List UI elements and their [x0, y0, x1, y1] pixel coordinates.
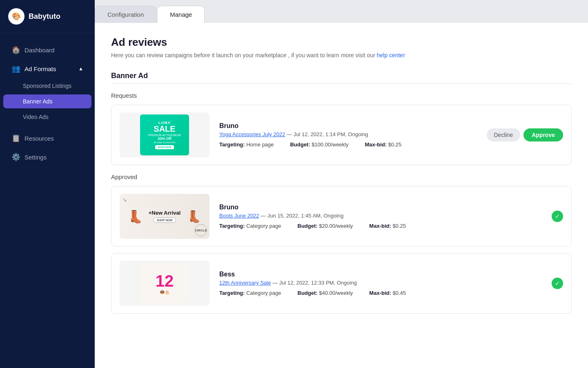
approved-checkmark: ✓	[552, 211, 563, 222]
banner-ad-section: Banner Ad Requests LUMA SALE PREMIUM ACT…	[111, 72, 572, 314]
ad-card-approved-1: 12 🍩🎂 Bess 12th Anniversary Sale — Jul 1…	[111, 253, 572, 314]
sidebar-item-dashboard[interactable]: 🏠 Dashboard	[3, 41, 91, 58]
chevron-up-icon: ▲	[78, 66, 83, 72]
ad-actions-approved-0: ✓	[552, 211, 563, 222]
luma-sale-banner: LUMA SALE PREMIUM ACTIVEWEAR 20% Off all…	[140, 114, 189, 155]
sidebar-logo: 🎨 Babytuto	[0, 0, 95, 33]
section-divider	[111, 83, 572, 84]
app-name: Babytuto	[29, 12, 60, 21]
page-subtitle: Here you can review campaigns before it …	[111, 52, 572, 58]
ad-actions-request-0: Decline Approve	[487, 128, 564, 141]
ad-campaign: Boots June 2022 — Jun 15, 2022, 1:45 AM,…	[219, 213, 542, 219]
decline-button[interactable]: Decline	[487, 128, 521, 141]
ad-info-approved-0: Bruno Boots June 2022 — Jun 15, 2022, 1:…	[219, 204, 542, 229]
ad-actions-approved-1: ✓	[552, 278, 563, 289]
page-title: Ad reviews	[111, 36, 572, 49]
tab-configuration[interactable]: Configuration	[95, 6, 156, 23]
tab-manage[interactable]: Manage	[157, 6, 205, 23]
ad-thumbnail-boots: ↘ +New Arrival SHOP NOW 👢 👢 CIRCLE	[120, 194, 209, 239]
anniversary-banner: 12 🍩🎂	[140, 263, 189, 304]
ad-campaign: Yoga Accessories July 2022 — Jul 12, 202…	[219, 131, 477, 137]
approved-checkmark: ✓	[552, 278, 563, 289]
circle-badge: CIRCLE	[195, 224, 207, 236]
ad-meta: Targeting: Category page Budget: $20.00/…	[219, 223, 542, 229]
main-content: Configuration Manage Ad reviews Here you…	[95, 0, 588, 368]
approve-button[interactable]: Approve	[523, 128, 563, 141]
action-buttons: Decline Approve	[487, 128, 564, 141]
content-inner: Ad reviews Here you can review campaigns…	[95, 23, 588, 368]
sidebar-item-resources[interactable]: 📋 Resources	[3, 130, 91, 147]
ad-campaign: 12th Anniversary Sale — Jul 12, 2022, 12…	[219, 280, 542, 286]
requests-label: Requests	[111, 92, 572, 99]
tab-bar: Configuration Manage	[95, 0, 588, 23]
ad-meta: Targeting: Category page Budget: $40.00/…	[219, 290, 542, 296]
sidebar-label-ad-formats: Ad Formats	[24, 65, 56, 72]
sidebar-label-settings: Settings	[24, 154, 47, 161]
ad-card-approved-0: ↘ +New Arrival SHOP NOW 👢 👢 CIRCLE Bruno	[111, 186, 572, 247]
sidebar-item-ad-formats[interactable]: 👥 Ad Formats ▲	[3, 60, 91, 77]
boot-right-icon: 👢	[187, 210, 201, 223]
video-ads-label: Video Ads	[23, 114, 49, 120]
sidebar-label-dashboard: Dashboard	[24, 47, 54, 54]
ad-info-request-0: Bruno Yoga Accessories July 2022 — Jul 1…	[219, 122, 477, 148]
sidebar: 🎨 Babytuto 🏠 Dashboard 👥 Ad Formats ▲ Sp…	[0, 0, 95, 368]
banner-ads-label: Banner Ads	[23, 98, 52, 105]
boot-left-icon: 👢	[128, 209, 143, 224]
sponsored-listings-label: Sponsored Listings	[23, 83, 71, 89]
help-center-link[interactable]: help center	[377, 52, 405, 58]
approved-label: Approved	[111, 173, 572, 180]
sidebar-item-banner-ads[interactable]: Banner Ads	[3, 94, 91, 108]
logo-icon: 🎨	[8, 8, 24, 25]
sidebar-item-video-ads[interactable]: Video Ads	[3, 110, 91, 124]
ad-seller: Bruno	[219, 204, 542, 211]
ad-thumbnail-anniversary: 12 🍩🎂	[120, 261, 209, 306]
ad-meta: Targeting: Home page Budget: $100.00/wee…	[219, 141, 477, 148]
ad-thumbnail-luma: LUMA SALE PREMIUM ACTIVEWEAR 20% Off all…	[120, 112, 209, 157]
section-title: Banner Ad	[111, 72, 572, 80]
sidebar-item-sponsored-listings[interactable]: Sponsored Listings	[3, 79, 91, 93]
boots-new-arrival-banner: ↘ +New Arrival SHOP NOW 👢 👢 CIRCLE	[120, 194, 209, 239]
resources-icon: 📋	[11, 134, 20, 143]
sidebar-nav: 🏠 Dashboard 👥 Ad Formats ▲ Sponsored Lis…	[0, 33, 95, 174]
home-icon: 🏠	[11, 45, 20, 54]
ad-card-request-0: LUMA SALE PREMIUM ACTIVEWEAR 20% Off all…	[111, 105, 572, 165]
corner-arrow-icon: ↘	[122, 196, 127, 203]
ad-seller: Bess	[219, 271, 542, 278]
adformats-icon: 👥	[11, 64, 20, 73]
ad-seller: Bruno	[219, 122, 477, 130]
sidebar-label-resources: Resources	[24, 135, 54, 142]
content-area: Ad reviews Here you can review campaigns…	[95, 23, 588, 368]
ad-info-approved-1: Bess 12th Anniversary Sale — Jul 12, 202…	[219, 271, 542, 296]
settings-icon: ⚙️	[11, 153, 20, 162]
sidebar-item-settings[interactable]: ⚙️ Settings	[3, 148, 91, 166]
